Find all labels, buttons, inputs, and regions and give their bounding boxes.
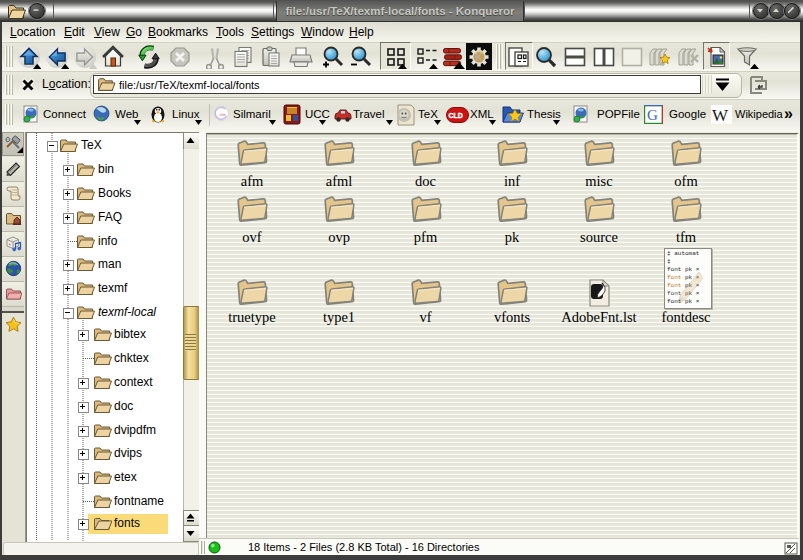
svg-text:K: K [476,52,484,63]
svg-text:silm: silm [220,113,226,117]
svg-text:CLD: CLD [449,112,463,119]
svg-text:G: G [647,107,658,123]
svg-text:W: W [712,106,729,125]
